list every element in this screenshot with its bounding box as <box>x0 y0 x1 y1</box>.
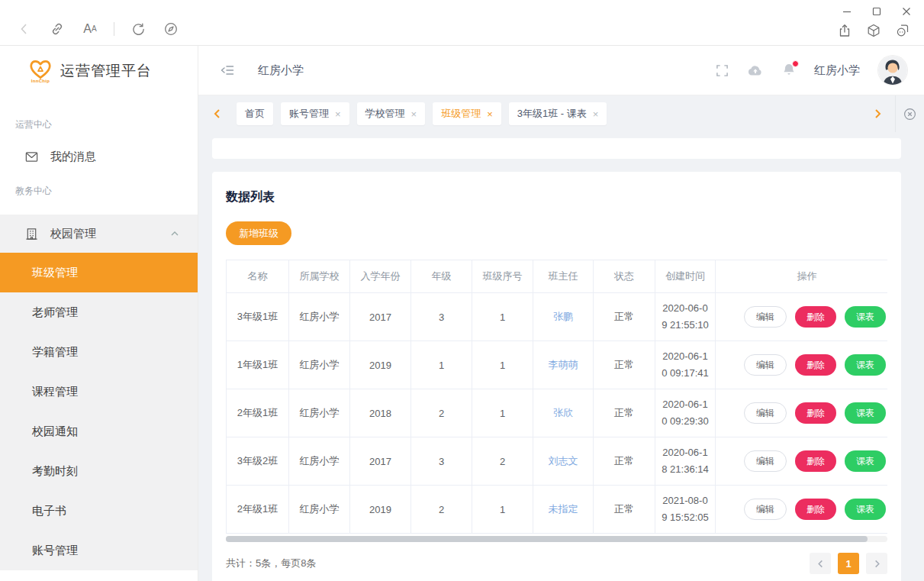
collapse-sidebar-icon[interactable] <box>220 63 235 78</box>
cell-actions: 编辑删除课表 <box>716 341 888 389</box>
sidebar-subitem-item[interactable]: 账号管理 <box>0 531 198 570</box>
sidebar-subitem-item[interactable]: 电子书 <box>0 491 198 531</box>
horizontal-scrollbar-thumb[interactable] <box>226 536 868 542</box>
page-number-button[interactable]: 1 <box>838 553 859 574</box>
tabs-scroll-right-icon[interactable] <box>868 108 887 119</box>
delete-button[interactable]: 删除 <box>795 354 836 376</box>
edit-button[interactable]: 编辑 <box>744 402 787 424</box>
sidebar-item-campus-management[interactable]: 校园管理 <box>0 215 198 253</box>
refresh-icon[interactable] <box>129 20 147 38</box>
delete-button[interactable]: 删除 <box>795 306 836 328</box>
sidebar-subitem-item[interactable]: 学籍管理 <box>0 332 198 372</box>
font-size-icon[interactable]: AA <box>81 20 99 38</box>
cell-year: 2019 <box>350 341 411 389</box>
tab-item[interactable]: 首页 <box>237 102 273 125</box>
total-summary: 共计：5条，每页8条 <box>226 557 316 570</box>
teacher-link[interactable]: 李萌萌 <box>549 359 578 370</box>
schedule-button[interactable]: 课表 <box>845 450 886 472</box>
link-icon[interactable] <box>48 20 66 38</box>
edit-button[interactable]: 编辑 <box>744 499 787 520</box>
cell-actions: 编辑删除课表 <box>716 293 888 341</box>
logo-subtext: InnChip <box>31 79 50 83</box>
table-row: 3年级1班红房小学201731张鹏正常2020-06-09 21:55:10编辑… <box>227 293 888 341</box>
delete-button[interactable]: 删除 <box>795 499 836 520</box>
fullscreen-icon[interactable] <box>716 64 729 77</box>
plugin-icon[interactable] <box>893 21 912 40</box>
sidebar-subitem-item[interactable]: 考勤时刻 <box>0 451 198 491</box>
tab-label: 3年级1班 - 课表 <box>517 107 587 121</box>
delete-button[interactable]: 删除 <box>795 450 836 472</box>
cell-name: 3年级2班 <box>227 437 289 486</box>
delete-button[interactable]: 删除 <box>795 402 836 424</box>
maximize-button[interactable] <box>870 5 884 18</box>
campus-management-submenu: 班级管理老师管理学籍管理课程管理校园通知考勤时刻电子书账号管理 <box>0 253 198 570</box>
add-class-button[interactable]: 新增班级 <box>226 221 291 245</box>
sidebar-item-label: 我的消息 <box>50 150 96 164</box>
minimize-button[interactable] <box>840 5 854 18</box>
pagination: 1 <box>810 553 887 574</box>
sidebar-item-my-messages[interactable]: 我的消息 <box>0 137 198 176</box>
table-row: 2年级1班红房小学201921未指定正常2021-08-09 15:52:05编… <box>227 486 888 534</box>
cell-grade: 1 <box>411 341 472 389</box>
cell-created: 2020-06-09 21:55:10 <box>655 293 716 341</box>
main-header: 红房小学 <box>198 46 924 95</box>
avatar[interactable] <box>878 56 907 85</box>
teacher-link[interactable]: 张鹏 <box>553 311 573 322</box>
sidebar-subitem-item[interactable]: 校园通知 <box>0 412 198 451</box>
cell-status: 正常 <box>594 437 655 486</box>
column-header: 创建时间 <box>655 260 716 293</box>
edit-button[interactable]: 编辑 <box>744 306 787 328</box>
edit-button[interactable]: 编辑 <box>744 450 787 472</box>
sidebar-subitem-item[interactable]: 课程管理 <box>0 372 198 412</box>
cell-actions: 编辑删除课表 <box>716 486 888 534</box>
cube-icon[interactable] <box>864 21 883 40</box>
prev-page-button[interactable] <box>810 553 831 574</box>
heart-logo-icon <box>27 58 53 80</box>
schedule-button[interactable]: 课表 <box>845 306 886 328</box>
sidebar-section-operations: 运营中心 <box>0 118 198 131</box>
table-footer: 共计：5条，每页8条 1 <box>226 553 887 574</box>
cell-created: 2020-06-10 09:29:30 <box>655 389 716 437</box>
teacher-link[interactable]: 刘志文 <box>549 455 578 466</box>
teacher-link[interactable]: 未指定 <box>549 503 578 515</box>
tab-close-icon[interactable]: × <box>593 109 599 119</box>
cell-status: 正常 <box>594 389 655 437</box>
cell-class-no: 1 <box>472 293 533 341</box>
teacher-link[interactable]: 张欣 <box>553 407 573 418</box>
tab-active[interactable]: 班级管理× <box>433 102 501 125</box>
table-row: 1年级1班红房小学201911李萌萌正常2020-06-10 09:17:41编… <box>227 341 888 389</box>
cell-class-no: 2 <box>472 437 533 486</box>
cell-grade: 3 <box>411 437 472 486</box>
cell-status: 正常 <box>594 293 655 341</box>
schedule-button[interactable]: 课表 <box>845 354 886 376</box>
cell-created: 2020-06-10 09:17:41 <box>655 341 716 389</box>
cloud-icon[interactable] <box>747 63 764 77</box>
tab-item[interactable]: 3年级1班 - 课表× <box>509 102 607 125</box>
next-page-button[interactable] <box>866 553 887 574</box>
sidebar-subitem-item[interactable]: 老师管理 <box>0 292 198 332</box>
close-all-tabs-icon[interactable] <box>895 95 924 132</box>
cell-grade: 3 <box>411 293 472 341</box>
tab-item[interactable]: 学校管理× <box>357 102 426 125</box>
tab-close-icon[interactable]: × <box>335 109 341 119</box>
close-button[interactable] <box>900 5 913 18</box>
table-row: 2年级1班红房小学201821张欣正常2020-06-10 09:29:30编辑… <box>227 389 888 437</box>
cell-name: 3年级1班 <box>227 293 289 341</box>
tab-close-icon[interactable]: × <box>411 109 417 119</box>
compass-icon[interactable] <box>162 20 180 38</box>
share-icon[interactable] <box>835 21 854 40</box>
tab-item[interactable]: 账号管理× <box>281 102 349 125</box>
tab-close-icon[interactable]: × <box>487 109 493 119</box>
column-header: 入学年份 <box>350 260 411 293</box>
schedule-button[interactable]: 课表 <box>845 499 886 520</box>
table-wrap: 名称所属学校入学年份年级班级序号班主任状态创建时间操作 3年级1班红房小学201… <box>226 260 887 534</box>
edit-button[interactable]: 编辑 <box>744 354 787 376</box>
current-school[interactable]: 红房小学 <box>814 63 860 78</box>
app-logo: InnChip 运营管理平台 <box>0 46 198 95</box>
bell-icon[interactable] <box>782 63 796 78</box>
tabs-scroll-left-icon[interactable] <box>208 108 227 119</box>
table-header-row: 名称所属学校入学年份年级班级序号班主任状态创建时间操作 <box>227 260 888 293</box>
schedule-button[interactable]: 课表 <box>845 402 886 424</box>
back-icon[interactable] <box>15 20 34 38</box>
sidebar-subitem-active[interactable]: 班级管理 <box>0 253 198 292</box>
